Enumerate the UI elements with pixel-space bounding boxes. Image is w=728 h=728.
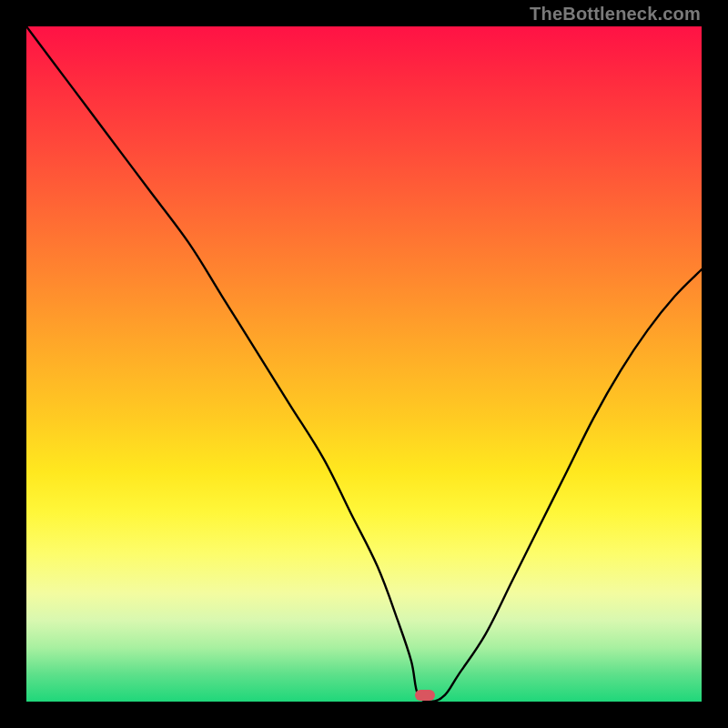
watermark-text: TheBottleneck.com xyxy=(530,4,701,25)
minimum-marker-icon xyxy=(415,690,435,701)
chart-plot-area xyxy=(26,26,702,702)
chart-frame: TheBottleneck.com xyxy=(0,0,728,728)
bottleneck-curve xyxy=(26,26,702,702)
